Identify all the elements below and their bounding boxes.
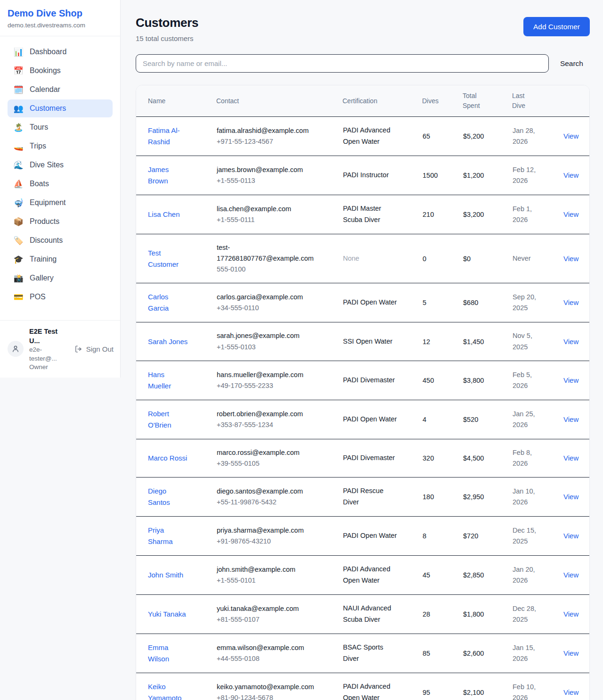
customer-name-link[interactable]: Keiko Yamamoto [148, 681, 189, 700]
customer-view-link[interactable]: View [563, 649, 579, 657]
customer-total-spent: $2,100 [463, 689, 484, 696]
sidebar-item-training[interactable]: 🎓 Training [8, 250, 113, 268]
training-icon: 🎓 [13, 255, 24, 264]
sidebar-item-bookings[interactable]: 📅 Bookings [8, 62, 113, 80]
search-button[interactable]: Search [560, 59, 590, 68]
customer-name-link[interactable]: Yuki Tanaka [148, 609, 186, 620]
table-row: Keiko Yamamoto keiko.yamamoto@example.co… [136, 673, 590, 700]
customer-name-link[interactable]: Robert O'Brien [148, 408, 189, 431]
customer-view-link[interactable]: View [563, 688, 579, 696]
customer-certification: PADI Open Water [343, 297, 399, 308]
search-input[interactable] [136, 54, 549, 73]
customer-total-spent: $0 [463, 255, 471, 263]
customer-name-link[interactable]: Lisa Chen [148, 209, 180, 220]
customer-total-spent: $720 [463, 532, 478, 540]
customer-phone: +91-98765-43210 [217, 536, 316, 547]
customer-name-link[interactable]: James Brown [148, 164, 189, 187]
customer-last-dive: Feb 10, 2026 [513, 682, 538, 700]
customer-view-link[interactable]: View [563, 255, 579, 263]
customer-certification: BSAC Sports Diver [343, 642, 399, 665]
customer-email: priya.sharma@example.com [217, 525, 316, 536]
tours-icon: 🏝️ [13, 124, 24, 132]
customer-certification: NAUI Advanced Scuba Diver [343, 603, 399, 626]
gallery-icon: 📸 [13, 274, 24, 282]
sidebar-item-trips[interactable]: 🚤 Trips [8, 137, 113, 155]
customer-view-link[interactable]: View [563, 493, 579, 501]
sidebar-item-dashboard[interactable]: 📊 Dashboard [8, 43, 113, 61]
sidebar-item-products[interactable]: 📦 Products [8, 213, 113, 231]
avatar [8, 341, 24, 357]
customer-view-link[interactable]: View [563, 454, 579, 462]
sidebar-item-tours[interactable]: 🏝️ Tours [8, 118, 113, 136]
customer-view-link[interactable]: View [563, 298, 579, 306]
logout-icon [74, 345, 82, 353]
add-customer-button[interactable]: Add Customer [523, 17, 590, 36]
sidebar-item-customers[interactable]: 👥 Customers [8, 99, 113, 117]
customer-name-link[interactable]: Marco Rossi [148, 453, 187, 464]
customer-phone: +44-555-0108 [217, 653, 316, 664]
customer-view-link[interactable]: View [563, 415, 579, 423]
trips-icon: 🚤 [13, 142, 24, 150]
column-header-dives: Dives [422, 85, 463, 117]
customer-phone: +1-555-0111 [217, 214, 316, 225]
table-header-row: NameContactCertificationDivesTotal Spent… [136, 85, 590, 117]
customer-last-dive: Feb 1, 2026 [513, 204, 538, 225]
customer-name-link[interactable]: Carlos Garcia [148, 291, 189, 314]
column-header-total-spent: Total Spent [463, 85, 512, 117]
table-row: James Brown james.brown@example.com +1-5… [136, 156, 590, 195]
customer-total-spent: $680 [463, 299, 478, 306]
customer-name-link[interactable]: Hans Mueller [148, 369, 189, 392]
sidebar-item-boats[interactable]: ⛵ Boats [8, 175, 113, 193]
customer-count: 15 total customers [136, 34, 198, 42]
customer-certification: PADI Advanced Open Water [343, 681, 399, 700]
sidebar-item-pos[interactable]: 💳 POS [8, 288, 113, 306]
customer-certification: None [343, 253, 399, 264]
sign-out-button[interactable]: Sign Out [74, 345, 114, 353]
column-header-certification: Certification [342, 85, 422, 117]
customer-name-link[interactable]: Fatima Al-Rashid [148, 125, 189, 148]
page-title: Customers [136, 16, 198, 30]
person-icon [11, 345, 20, 353]
shop-name: Demo Dive Shop [8, 8, 113, 19]
main-content: Customers 15 total customers Add Custome… [121, 0, 603, 700]
sidebar-item-dive-sites[interactable]: 🌊 Dive Sites [8, 156, 113, 174]
column-header-contact: Contact [216, 85, 342, 117]
customer-view-link[interactable]: View [563, 610, 579, 618]
table-row: John Smith john.smith@example.com +1-555… [136, 556, 590, 595]
table-row: Diego Santos diego.santos@example.com +5… [136, 478, 590, 517]
customer-dives: 65 [423, 132, 430, 140]
customer-name-link[interactable]: Priya Sharma [148, 525, 189, 547]
sidebar-item-discounts[interactable]: 🏷️ Discounts [8, 231, 113, 249]
page-header: Customers 15 total customers Add Custome… [136, 16, 590, 42]
customer-name-link[interactable]: Emma Wilson [148, 642, 189, 665]
customer-name-link[interactable]: Test Customer [148, 247, 189, 270]
customer-phone: +39-555-0105 [217, 458, 316, 469]
customer-last-dive: Dec 15, 2025 [513, 525, 538, 547]
sidebar-item-equipment[interactable]: 🤿 Equipment [8, 194, 113, 212]
customer-view-link[interactable]: View [563, 532, 579, 540]
sidebar-item-calendar[interactable]: 🗓️ Calendar [8, 81, 113, 99]
customer-view-link[interactable]: View [563, 571, 579, 579]
customer-certification: PADI Rescue Diver [343, 486, 399, 508]
customer-last-dive: Sep 20, 2025 [513, 292, 538, 313]
sidebar-item-gallery[interactable]: 📸 Gallery [8, 269, 113, 287]
customer-view-link[interactable]: View [563, 338, 579, 346]
customer-name-link[interactable]: John Smith [148, 569, 183, 581]
customer-view-link[interactable]: View [563, 171, 579, 179]
customer-dives: 320 [423, 454, 434, 462]
customer-name-link[interactable]: Diego Santos [148, 486, 189, 508]
customer-certification: PADI Advanced Open Water [343, 125, 399, 148]
customer-total-spent: $1,450 [463, 338, 484, 346]
customer-dives: 8 [423, 532, 426, 540]
customer-view-link[interactable]: View [563, 132, 579, 140]
customer-view-link[interactable]: View [563, 210, 579, 218]
table-row: Robert O'Brien robert.obrien@example.com… [136, 400, 590, 439]
customer-email: lisa.chen@example.com [217, 204, 316, 214]
dashboard-icon: 📊 [13, 48, 24, 56]
equipment-icon: 🤿 [13, 199, 24, 207]
customer-total-spent: $2,950 [463, 493, 484, 501]
customer-name-link[interactable]: Sarah Jones [148, 336, 187, 347]
table-row: Fatima Al-Rashid fatima.alrashid@example… [136, 117, 590, 156]
user-name: E2E Test U... [29, 327, 69, 346]
customer-view-link[interactable]: View [563, 376, 579, 384]
